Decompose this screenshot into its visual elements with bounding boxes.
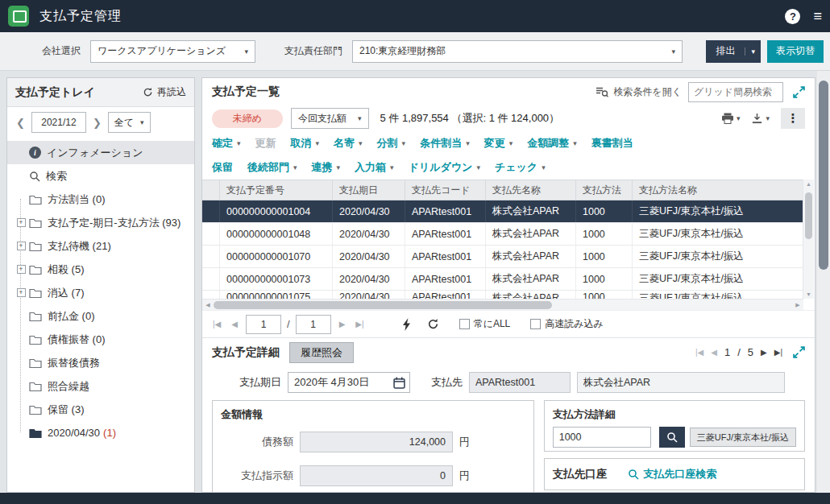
first-record-button[interactable]: |◀ xyxy=(695,348,703,357)
expand-plus-icon[interactable]: + xyxy=(17,218,26,227)
last-record-button[interactable]: ▶| xyxy=(774,348,782,357)
view-toggle-button[interactable]: 表示切替 xyxy=(767,40,824,63)
fast-load-checkbox-group[interactable]: 高速読み込み xyxy=(530,317,604,331)
action-amount-adjust[interactable]: 金額調整▾ xyxy=(527,136,577,151)
action-link[interactable]: 連携▾ xyxy=(312,160,341,175)
reload-button[interactable]: 再読込 xyxy=(143,85,186,99)
tree-item-matching-carryover[interactable]: 照合繰越 xyxy=(7,374,194,398)
grid-quick-search-input[interactable] xyxy=(688,82,783,102)
grid-vertical-scrollbar[interactable]: ▲ ▼ xyxy=(803,180,814,299)
table-row[interactable]: 000000000001073 2020/04/30 APARtest001 株… xyxy=(202,268,803,291)
action-merge[interactable]: 名寄▾ xyxy=(334,136,363,151)
column-header-method[interactable]: 支払方法 xyxy=(576,180,633,200)
expand-detail-icon[interactable] xyxy=(793,346,805,358)
method-name-button[interactable]: 三菱UFJ/東京本社/振込 xyxy=(690,428,796,447)
total-pages-input[interactable] xyxy=(296,315,331,334)
action-check[interactable]: チェック▾ xyxy=(495,160,546,175)
tree-item-search[interactable]: 検索 xyxy=(7,164,194,188)
grid-horizontal-scrollbar[interactable]: ◀ ▶ xyxy=(202,299,803,310)
tree-item-hold[interactable]: 保留 (3) xyxy=(7,398,194,421)
tree-item-date-folder[interactable]: 2020/04/30 (1) xyxy=(7,421,194,444)
tree-item-advance-payment[interactable]: 前払金 (0) xyxy=(7,304,194,328)
grid-refresh-button[interactable] xyxy=(427,318,439,330)
tree-item-clearing[interactable]: + 消込 (7) xyxy=(7,281,194,304)
tree-item-receivable-transfer[interactable]: 債権振替 (0) xyxy=(7,328,194,351)
help-icon[interactable]: ? xyxy=(785,9,800,24)
column-header-payee-code[interactable]: 支払先コード xyxy=(405,180,486,200)
action-hold[interactable]: 保留 xyxy=(212,160,233,175)
scrollbar-thumb[interactable] xyxy=(805,192,812,239)
scroll-left-icon[interactable]: ◀ xyxy=(202,302,214,308)
table-row[interactable]: 000000000001048 2020/04/30 APARtest001 株… xyxy=(202,223,803,246)
tree-item-payment-wait[interactable]: + 支払待機 (21) xyxy=(7,234,194,258)
prev-period-button[interactable]: ❮ xyxy=(14,117,27,129)
tree-item-method-assign[interactable]: 方法割当 (0) xyxy=(7,188,194,211)
scroll-up-icon[interactable]: ▲ xyxy=(806,181,811,187)
next-page-button[interactable]: ▶ xyxy=(337,320,348,328)
action-condition-assign[interactable]: 条件割当▾ xyxy=(420,136,470,151)
column-header-payee-name[interactable]: 支払先名称 xyxy=(486,180,576,200)
prev-record-button[interactable]: ◀ xyxy=(711,348,717,357)
expand-plus-icon[interactable]: + xyxy=(17,242,26,250)
action-confirm[interactable]: 確定▾ xyxy=(212,136,241,151)
always-all-checkbox[interactable] xyxy=(459,319,470,329)
table-row[interactable]: 000000000001075 2020/04/30 APARtest001 株… xyxy=(202,291,803,299)
action-drilldown[interactable]: ドリルダウン▾ xyxy=(409,160,480,175)
always-all-checkbox-group[interactable]: 常にALL xyxy=(459,317,511,331)
page-vertical-scrollbar[interactable] xyxy=(817,71,830,493)
download-button[interactable]: ▾ xyxy=(748,111,773,126)
next-period-button[interactable]: ❯ xyxy=(90,117,104,129)
action-endorse-assign[interactable]: 裏書割当 xyxy=(591,136,633,151)
more-options-button[interactable]: ⋮ xyxy=(781,108,805,129)
print-button[interactable]: ▾ xyxy=(718,111,744,126)
current-page-input[interactable] xyxy=(246,315,281,334)
last-page-button[interactable]: ▶| xyxy=(353,320,366,328)
tree-item-post-transfer-debt[interactable]: 振替後債務 xyxy=(7,351,194,374)
first-page-button[interactable]: |◀ xyxy=(210,320,223,328)
payee-name-input[interactable] xyxy=(577,372,785,393)
export-button[interactable]: 排出 ▾ xyxy=(706,40,761,63)
method-code-input[interactable] xyxy=(553,427,651,448)
table-row[interactable]: 000000000001070 2020/04/30 APARtest001 株… xyxy=(202,246,803,268)
table-row[interactable]: 000000000001004 2020/04/30 APARtest001 株… xyxy=(202,200,803,223)
dept-select[interactable]: 210:東京経理財務部 ▾ xyxy=(352,40,683,63)
scrollbar-thumb[interactable] xyxy=(819,81,828,270)
payee-code-input[interactable] xyxy=(469,372,571,393)
period-input[interactable] xyxy=(31,112,86,133)
due-date-field[interactable] xyxy=(288,372,410,393)
action-cancel[interactable]: 取消▾ xyxy=(291,136,320,151)
column-header-due-date[interactable]: 支払期日 xyxy=(333,180,405,200)
method-search-button[interactable] xyxy=(659,427,685,448)
debt-amount-input[interactable] xyxy=(300,432,453,452)
tree-item-information[interactable]: i インフォメーション xyxy=(7,141,194,164)
action-change[interactable]: 変更▾ xyxy=(484,136,513,151)
menu-icon[interactable]: ≡ xyxy=(813,9,822,23)
column-header-payment-no[interactable]: 支払予定番号 xyxy=(220,180,333,200)
expand-plus-icon[interactable]: + xyxy=(17,288,26,297)
scroll-right-icon[interactable]: ▶ xyxy=(792,302,803,308)
amount-type-select[interactable]: 今回支払額 ▾ xyxy=(291,108,369,129)
company-select[interactable]: ワークスアプリケーションズ ▾ xyxy=(90,40,255,63)
action-split[interactable]: 分割▾ xyxy=(377,136,406,151)
prev-page-button[interactable]: ◀ xyxy=(229,320,240,328)
column-header-method-name[interactable]: 支払方法名称 xyxy=(633,180,803,200)
payee-account-search-link[interactable]: 支払先口座検索 xyxy=(628,467,716,481)
scroll-down-icon[interactable]: ▼ xyxy=(806,291,811,297)
calendar-icon[interactable] xyxy=(393,377,405,389)
history-inquiry-button[interactable]: 履歴照会 xyxy=(289,342,354,363)
scrollbar-thumb[interactable] xyxy=(214,301,552,309)
due-date-input[interactable] xyxy=(293,376,393,390)
fast-load-checkbox[interactable] xyxy=(530,319,541,329)
quick-load-button[interactable] xyxy=(401,318,412,331)
open-search-conditions-link[interactable]: 検索条件を開く xyxy=(596,85,682,99)
action-next-dept[interactable]: 後続部門▾ xyxy=(247,160,297,175)
chevron-down-icon[interactable]: ▾ xyxy=(745,48,761,56)
action-input-box[interactable]: 入力箱▾ xyxy=(355,160,394,175)
tray-filter-select[interactable]: 全て ▾ xyxy=(108,112,151,133)
expand-plus-icon[interactable]: + xyxy=(17,265,26,274)
tree-item-offset[interactable]: + 相殺 (5) xyxy=(7,258,194,281)
payment-instruction-input[interactable] xyxy=(300,465,453,486)
next-record-button[interactable]: ▶ xyxy=(761,348,767,357)
expand-list-icon[interactable] xyxy=(793,86,805,98)
tree-item-schedule-due-method[interactable]: + 支払予定-期日-支払方法 (93) xyxy=(7,211,194,234)
